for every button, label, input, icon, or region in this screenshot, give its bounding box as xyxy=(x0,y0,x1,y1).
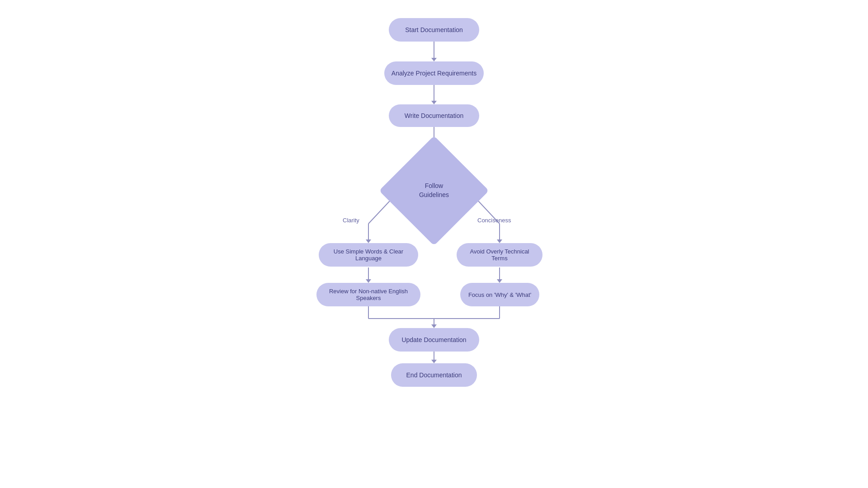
start-node: Start Documentation xyxy=(389,18,479,42)
svg-marker-11 xyxy=(497,239,502,243)
avoid-technical-node: Avoid Overly Technical Terms xyxy=(457,243,542,267)
conciseness-label: Conciseness xyxy=(477,217,511,224)
simple-words-node: Use Simple Words & Clear Language xyxy=(319,243,418,267)
svg-marker-19 xyxy=(431,324,437,328)
svg-marker-8 xyxy=(366,239,371,243)
svg-marker-23 xyxy=(431,360,437,363)
decision-label: Follow Guidelines xyxy=(409,182,459,199)
svg-marker-15 xyxy=(497,279,502,283)
decision-node: Follow Guidelines xyxy=(395,152,473,230)
end-node: End Documentation xyxy=(391,363,477,387)
svg-marker-1 xyxy=(431,58,437,61)
svg-marker-13 xyxy=(366,279,371,283)
flowchart-container: Start Documentation Analyze Project Requ… xyxy=(298,18,570,470)
focus-node: Focus on 'Why' & 'What' xyxy=(460,283,539,306)
update-node: Update Documentation xyxy=(389,328,479,352)
analyze-node: Analyze Project Requirements xyxy=(384,61,484,85)
review-node: Review for Non-native English Speakers xyxy=(316,283,420,306)
svg-marker-3 xyxy=(431,101,437,104)
write-node: Write Documentation xyxy=(389,104,479,127)
clarity-label: Clarity xyxy=(343,217,359,224)
